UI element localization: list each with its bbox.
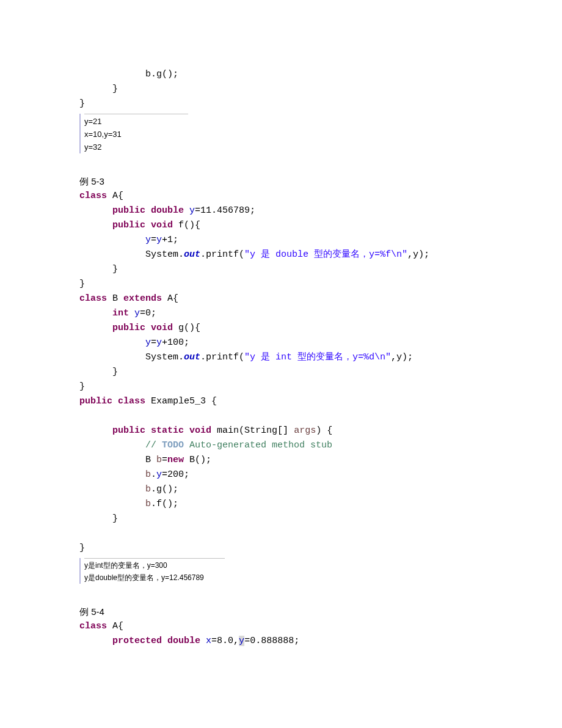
example-label-5-4: 例 5-4 xyxy=(79,605,562,619)
code-example-5-4: class A{ protected double x=8.0,y=0.8888… xyxy=(79,619,562,649)
code-line: b.g(); xyxy=(79,69,178,79)
code-fragment-top: b.g(); } } xyxy=(79,67,562,111)
output-box-1: y=21 x=10,y=31 y=32 xyxy=(79,114,562,153)
code-line: } xyxy=(79,84,118,94)
output-box-2: y是int型的变量名，y=300 y是double型的变量名，y=12.4567… xyxy=(79,558,562,583)
output-line: y是int型的变量名，y=300 xyxy=(84,561,167,570)
output-line: x=10,y=31 xyxy=(84,130,122,139)
example-label-5-3: 例 5-3 xyxy=(79,174,562,189)
output-line: y=32 xyxy=(84,142,102,152)
document-page: b.g(); } } y=21 x=10,y=31 y=32 例 5-3 cla… xyxy=(0,0,562,728)
code-line: } xyxy=(79,98,85,109)
code-example-5-3: class A{ public double y=11.456789; publ… xyxy=(79,189,562,556)
output-line: y是double型的变量名，y=12.456789 xyxy=(84,573,204,582)
output-line: y=21 xyxy=(84,117,102,126)
